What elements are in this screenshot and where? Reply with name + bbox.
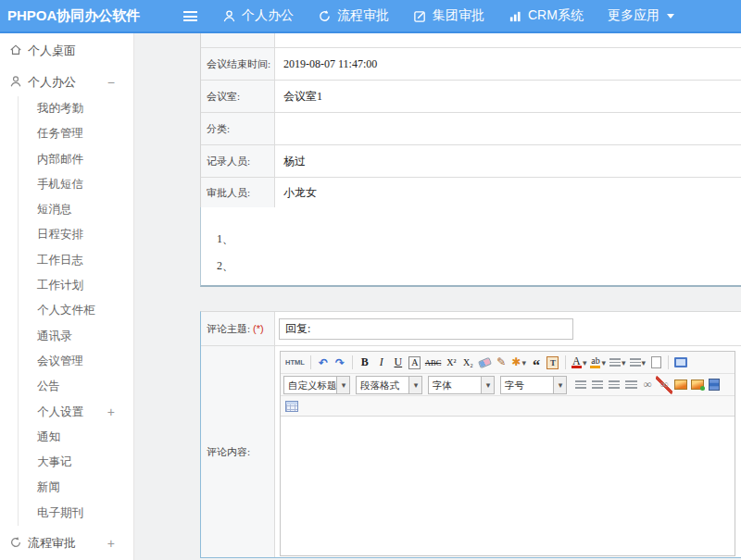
comment-content-row: 评论内容: HTML ↶ ↷ B I U A ABC X² bbox=[201, 346, 741, 557]
paste-text-icon[interactable]: T bbox=[545, 354, 561, 372]
editor-content-area[interactable] bbox=[281, 417, 735, 555]
font-size-select[interactable]: 字号 ▾ bbox=[500, 376, 567, 394]
font-border-button[interactable]: A bbox=[408, 356, 421, 369]
bold-button[interactable]: B bbox=[357, 354, 373, 372]
sidebar-item-contacts[interactable]: 通讯录 bbox=[19, 324, 133, 349]
align-left-icon[interactable] bbox=[572, 376, 589, 394]
content-line: 1、 bbox=[217, 226, 741, 253]
nav-workflow-approval[interactable]: 流程审批 bbox=[318, 7, 389, 24]
app-title: PHPOA协同办公软件 bbox=[7, 0, 140, 31]
sidebar-item-desktop[interactable]: 个人桌面 bbox=[0, 33, 133, 68]
field-value bbox=[275, 113, 741, 144]
table-row-partial bbox=[201, 33, 741, 48]
font-color-button[interactable]: A▾ bbox=[570, 354, 589, 372]
table-row-approver: 审批人员: 小龙女 bbox=[201, 178, 741, 209]
italic-button[interactable]: I bbox=[373, 354, 390, 372]
sidebar-item-short-message[interactable]: 短消息 bbox=[19, 197, 133, 222]
auto-format-icon[interactable]: ✱▾ bbox=[509, 354, 528, 372]
expand-icon[interactable]: + bbox=[107, 400, 133, 425]
sidebar-item-personal-files[interactable]: 个人文件柜 bbox=[19, 298, 133, 323]
format-brush-icon[interactable]: ✎ bbox=[493, 354, 509, 372]
sidebar-item-work-log[interactable]: 工作日志 bbox=[19, 248, 133, 273]
caret-down-icon: ▾ bbox=[337, 376, 350, 394]
top-nav: 个人办公 流程审批 集团审批 CRM系统 更多应用 bbox=[222, 0, 674, 31]
link-icon[interactable]: ∞ bbox=[639, 376, 656, 394]
fullscreen-icon[interactable] bbox=[672, 354, 689, 372]
app-window: PHPOA协同办公软件 个人办公 流程审批 集团审批 CRM系统 更多应用 bbox=[0, 0, 741, 560]
custom-title-select[interactable]: 自定义标题 ▾ bbox=[283, 376, 350, 394]
superscript-button[interactable]: X² bbox=[443, 354, 459, 372]
collapse-icon[interactable]: − bbox=[107, 75, 133, 90]
menu-toggle-icon[interactable] bbox=[183, 11, 197, 21]
comment-subject-input[interactable] bbox=[279, 318, 573, 340]
sidebar-item-internal-mail[interactable]: 内部邮件 bbox=[19, 147, 133, 172]
field-label: 记录人员: bbox=[201, 145, 275, 177]
sidebar-item-events[interactable]: 大事记 bbox=[19, 450, 133, 475]
nav-label: 更多应用 bbox=[608, 7, 659, 24]
cycle-icon bbox=[318, 9, 332, 23]
unordered-list-icon[interactable]: ▾ bbox=[628, 354, 648, 372]
font-family-select[interactable]: 字体 ▾ bbox=[428, 376, 495, 394]
strikethrough-button[interactable]: ABC bbox=[423, 354, 443, 372]
nav-label: 个人办公 bbox=[242, 7, 294, 24]
insert-image-icon[interactable] bbox=[672, 376, 689, 394]
sidebar-item-label: 个人桌面 bbox=[28, 43, 76, 59]
sidebar-item-personal-office[interactable]: 个人办公 − bbox=[0, 68, 133, 96]
blockquote-button[interactable]: “ bbox=[528, 354, 545, 372]
user-icon bbox=[222, 9, 236, 23]
unlink-icon[interactable]: ∞ bbox=[656, 376, 672, 394]
sidebar-item-e-journal[interactable]: 电子期刊 bbox=[19, 501, 133, 526]
field-label: 评论主题: (*) bbox=[201, 312, 275, 345]
user-icon bbox=[9, 75, 22, 91]
highlight-color-button[interactable]: ab▾ bbox=[588, 354, 608, 372]
eraser-icon[interactable] bbox=[476, 354, 493, 372]
sidebar-item-personal-settings[interactable]: 个人设置+ bbox=[19, 400, 133, 425]
sidebar-item-workflow-approval[interactable]: 流程审批 + bbox=[0, 526, 133, 559]
align-right-icon[interactable] bbox=[606, 376, 622, 394]
sidebar-item-label: 个人办公 bbox=[28, 74, 76, 91]
meeting-info-table: 会议结束时间: 2019-08-07 11:47:00 会议室: 会议室1 分类… bbox=[200, 33, 741, 209]
sidebar-item-meeting-management[interactable]: 会议管理 bbox=[19, 349, 133, 374]
nav-group-approval[interactable]: 集团审批 bbox=[413, 7, 484, 24]
expand-icon[interactable]: + bbox=[107, 536, 133, 551]
field-label: 会议室: bbox=[201, 81, 275, 112]
insert-table-icon[interactable] bbox=[283, 397, 300, 416]
sidebar-item-notice[interactable]: 通知 bbox=[19, 425, 133, 450]
field-value: 2019-08-07 11:47:00 bbox=[275, 48, 741, 80]
justify-icon[interactable] bbox=[622, 376, 639, 394]
field-value: 杨过 bbox=[275, 145, 741, 177]
ordered-list-icon[interactable]: ▾ bbox=[608, 354, 628, 372]
new-page-icon[interactable] bbox=[647, 354, 664, 372]
html-source-button[interactable]: HTML bbox=[283, 354, 307, 372]
nav-crm-system[interactable]: CRM系统 bbox=[509, 7, 584, 24]
sidebar-item-news[interactable]: 新闻 bbox=[19, 475, 133, 500]
redo-icon[interactable]: ↷ bbox=[332, 354, 348, 372]
align-center-icon[interactable] bbox=[589, 376, 606, 394]
underline-button[interactable]: U bbox=[390, 354, 407, 372]
subscript-button[interactable]: X₂ bbox=[459, 354, 476, 372]
nav-more-apps[interactable]: 更多应用 bbox=[608, 7, 674, 24]
rich-text-editor: HTML ↶ ↷ B I U A ABC X² X₂ ✎ bbox=[280, 351, 735, 556]
field-value: 小龙女 bbox=[275, 178, 741, 208]
paragraph-format-select[interactable]: 段落格式 ▾ bbox=[356, 376, 422, 394]
sidebar-item-schedule[interactable]: 日程安排 bbox=[19, 222, 133, 247]
editor-toolbar-row3 bbox=[281, 396, 735, 417]
sidebar-item-mobile-sms[interactable]: 手机短信 bbox=[19, 172, 133, 197]
content-line: 2、 bbox=[217, 253, 741, 280]
caret-down-icon bbox=[667, 14, 674, 19]
insert-media-icon[interactable] bbox=[706, 376, 722, 394]
field-label: 评论内容: bbox=[201, 346, 275, 557]
nav-personal-office[interactable]: 个人办公 bbox=[222, 7, 294, 24]
sidebar-item-work-plan[interactable]: 工作计划 bbox=[19, 273, 133, 298]
sidebar-item-attendance[interactable]: 我的考勤 bbox=[19, 96, 133, 121]
sidebar-item-announcement[interactable]: 公告 bbox=[19, 374, 133, 399]
table-row-end-time: 会议结束时间: 2019-08-07 11:47:00 bbox=[201, 48, 741, 81]
comment-form: 评论主题: (*) 评论内容: HTML ↶ ↷ B bbox=[200, 311, 741, 558]
sidebar-item-task-management[interactable]: 任务管理 bbox=[19, 121, 133, 146]
home-icon bbox=[9, 44, 22, 59]
field-label: 会议结束时间: bbox=[201, 48, 275, 80]
sidebar-submenu: 我的考勤 任务管理 内部邮件 手机短信 短消息 日程安排 工作日志 工作计划 个… bbox=[18, 96, 133, 526]
insert-image-upload-icon[interactable] bbox=[689, 376, 706, 394]
undo-icon[interactable]: ↶ bbox=[315, 354, 332, 372]
editor-toolbar-row1: HTML ↶ ↷ B I U A ABC X² X₂ ✎ bbox=[281, 352, 735, 374]
